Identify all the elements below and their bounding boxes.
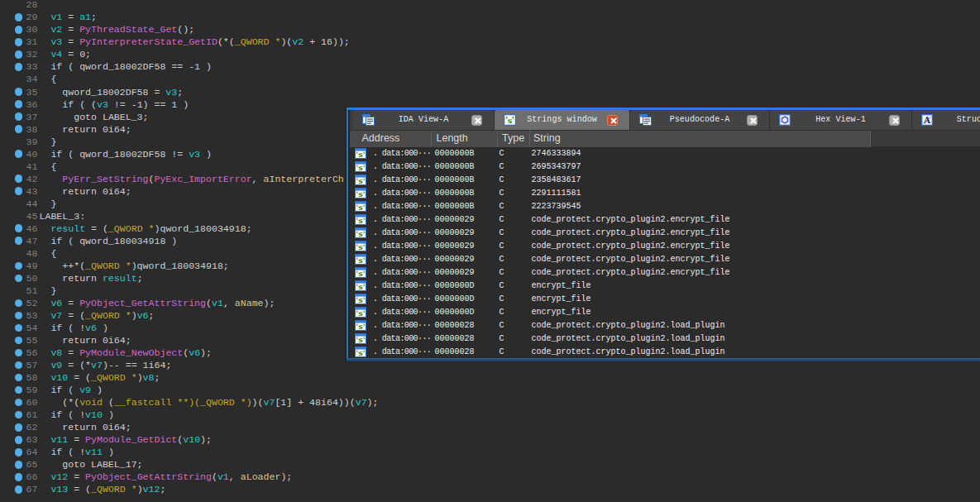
code-line-62[interactable]: 62return 0i64; [0,421,980,433]
line-number: 41 [0,160,38,173]
cell-length: 00000029 [435,240,475,253]
cell-type: C [500,253,504,266]
code-text: goto LABEL_17; [40,458,143,471]
cell-type: C [500,306,504,319]
cell-string: 2291111581 [532,187,581,200]
code-line-32[interactable]: 32v4 = 0; [0,48,980,60]
cell-type: C [500,200,504,213]
svg-text:s: s [358,216,362,225]
cell-length: 00000028 [435,319,475,332]
cell-string: code_protect.crypto_plugin2.encrypt_file [532,240,730,253]
string-row[interactable]: s. data:000···0000000BC2358483617 [350,174,980,187]
cell-length: 00000028 [435,332,475,346]
line-number: 30 [0,23,38,36]
code-line-30[interactable]: 30v2 = PyThreadState_Get(); [0,23,980,36]
code-line-65[interactable]: 65goto LABEL_17; [0,458,980,471]
string-row[interactable]: s. data:000···00000029Ccode_protect.cryp… [350,253,980,266]
window-bottom-border [347,358,980,361]
string-row[interactable]: s. data:000···0000000DCencrypt_file [350,280,980,293]
cell-length: 0000000B [435,187,475,200]
code-text: if ( !v10 ) [40,409,114,421]
svg-text:s: s [358,150,362,159]
code-line-60[interactable]: 60(*(void (__fastcall **)(_QWORD *))(v7[… [0,396,980,409]
code-text: return 0i64; [40,185,131,198]
code-line-58[interactable]: 58v10 = (_QWORD *)v8; [0,371,980,384]
svg-text:s: s [358,189,362,198]
line-number: 47 [0,235,38,247]
code-text: (*(void (__fastcall **)(_QWORD *))(v7[1]… [40,396,379,409]
tab-pseudocode-a[interactable]: Pseudocode-A [630,110,770,130]
svg-text:s: s [358,163,362,172]
string-row[interactable]: s. data:000···00000028Ccode_protect.cryp… [350,346,980,358]
string-row[interactable]: s. data:000···0000000DCencrypt_file [350,293,980,306]
code-text: return 0i64; [40,123,131,136]
cell-length: 0000000D [435,306,475,319]
string-item-icon: s [355,347,366,358]
code-line-66[interactable]: 66v12 = PyObject_GetAttrString(v1, aLoad… [0,471,980,483]
cell-address: . data:000··· [373,253,431,266]
line-number: 64 [0,446,38,458]
cell-length: 0000000D [435,280,475,293]
code-line-31[interactable]: 31v3 = PyInterpreterState_GetID(*(_QWORD… [0,36,980,48]
line-number: 50 [0,272,38,284]
ida-application: 2829v1 = a1;30v2 = PyThreadState_Get();3… [0,0,980,502]
cell-address: . data:000··· [373,293,431,306]
line-number: 49 [0,260,38,272]
code-text: v1 = a1; [40,11,98,23]
code-text: LABEL_3: [40,210,86,222]
code-line-64[interactable]: 64if ( !v11 ) [0,446,980,458]
code-line-28[interactable]: 28 [0,0,980,11]
code-text: if ( qword_180034918 ) [40,235,178,247]
string-row[interactable]: s. data:000···0000000BC2291111581 [350,187,980,200]
string-row[interactable]: s. data:000···00000028Ccode_protect.cryp… [350,319,980,332]
line-number: 29 [0,11,38,23]
string-row[interactable]: s. data:000···0000000BC2746333894 [350,147,980,160]
code-line-29[interactable]: 29v1 = a1; [0,11,980,23]
string-row[interactable]: s. data:000···00000028Ccode_protect.cryp… [350,332,980,346]
line-number: 63 [0,433,38,446]
code-text: v4 = 0; [40,48,92,60]
string-row[interactable]: s. data:000···0000000BC2695343797 [350,160,980,174]
close-icon[interactable] [747,115,758,126]
close-icon[interactable] [607,115,618,126]
cell-string: 2358483617 [532,174,581,187]
cell-string: code_protect.crypto_plugin2.load_plugin [532,319,725,332]
close-icon[interactable] [889,115,900,126]
cell-length: 0000000B [435,200,475,213]
cell-address: . data:000··· [373,266,431,280]
string-row[interactable]: s. data:000···00000029Ccode_protect.cryp… [350,227,980,240]
string-row[interactable]: s. data:000···00000029Ccode_protect.cryp… [350,213,980,227]
code-line-61[interactable]: 61if ( !v10 ) [0,409,980,421]
column-header-type[interactable]: Type [498,131,530,147]
column-header-address[interactable]: Address [350,131,432,147]
svg-text:s: s [358,242,362,251]
string-row[interactable]: s. data:000···00000029Ccode_protect.cryp… [350,266,980,280]
tab-structures[interactable]: AStructures [912,110,980,130]
tab-ida-view-a[interactable]: IDA View-A [353,110,495,130]
svg-text:s: s [358,229,362,238]
code-text: v9 = (*v7)-- == 1i64; [40,359,172,371]
line-number: 66 [0,471,38,483]
cell-type: C [500,160,504,174]
tab-strings-window[interactable]: sStrings window [495,110,630,130]
cell-type: C [500,332,504,346]
code-line-59[interactable]: 59if ( v9 ) [0,384,980,396]
line-number: 31 [0,36,38,48]
line-number: 42 [0,173,38,185]
code-line-63[interactable]: 63v11 = PyModule_GetDict(v10); [0,433,980,446]
cell-string: encrypt_file [532,293,591,306]
tab-label: Structures [912,110,980,130]
column-header-string[interactable]: String [530,131,871,147]
column-header-length[interactable]: Length [432,131,498,147]
close-icon[interactable] [471,115,482,126]
string-row[interactable]: s. data:000···0000000DCencrypt_file [350,306,980,319]
code-line-35[interactable]: 35qword_18002DF58 = v3; [0,86,980,98]
code-line-34[interactable]: 34{ [0,73,980,85]
code-line-67[interactable]: 67v13 = (_QWORD *)v12; [0,483,980,495]
string-row[interactable]: s. data:000···0000000BC2223739545 [350,200,980,213]
cell-type: C [500,346,504,358]
tab-hex-view-1[interactable]: Hex View-1 [770,110,912,130]
string-row[interactable]: s. data:000···00000029Ccode_protect.cryp… [350,240,980,253]
code-text: return result; [40,272,143,284]
code-line-33[interactable]: 33if ( qword_18002DF58 == -1 ) [0,60,980,73]
